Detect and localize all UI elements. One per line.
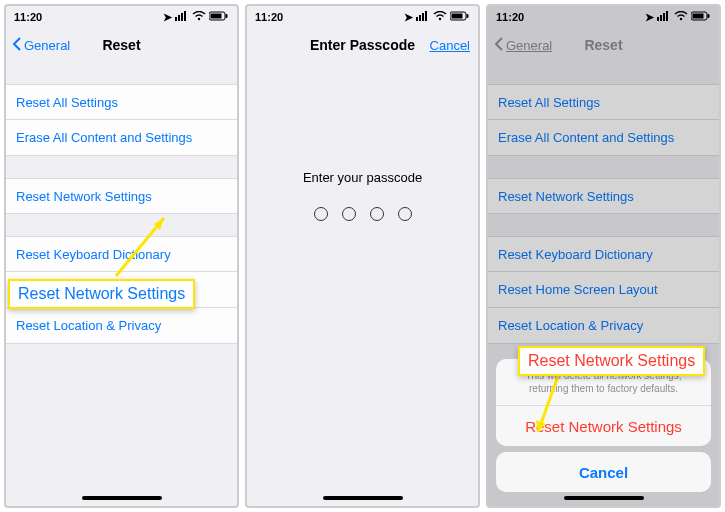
svg-rect-0 — [175, 17, 177, 21]
battery-icon — [209, 11, 229, 23]
annotation-callout: Reset Network Settings — [518, 346, 705, 376]
wifi-icon — [433, 11, 447, 23]
svg-rect-10 — [416, 17, 418, 21]
nav-bar: Enter Passcode Cancel — [247, 28, 478, 62]
phone-screen-reset: 11:20 ➤ General Reset — [4, 4, 239, 508]
svg-rect-3 — [184, 11, 186, 21]
svg-rect-16 — [452, 14, 463, 19]
passcode-dot — [370, 207, 384, 221]
cancel-button[interactable]: Cancel — [430, 28, 470, 62]
sheet-cancel-button[interactable]: Cancel — [496, 452, 711, 492]
nav-bar: General Reset — [6, 28, 237, 62]
passcode-dot — [314, 207, 328, 221]
back-button[interactable]: General — [12, 28, 70, 62]
chevron-left-icon — [12, 37, 22, 54]
passcode-dot — [398, 207, 412, 221]
svg-rect-12 — [422, 13, 424, 21]
home-indicator[interactable] — [323, 496, 403, 500]
svg-point-4 — [198, 18, 200, 20]
reset-keyboard-dictionary-row[interactable]: Reset Keyboard Dictionary — [6, 236, 237, 272]
wifi-icon — [192, 11, 206, 23]
status-bar: 11:20 ➤ — [247, 6, 478, 28]
home-indicator[interactable] — [82, 496, 162, 500]
location-icon: ➤ — [163, 11, 172, 24]
passcode-dots[interactable] — [314, 207, 412, 221]
status-bar: 11:20 ➤ — [6, 6, 237, 28]
svg-rect-7 — [226, 14, 228, 18]
svg-rect-13 — [425, 11, 427, 21]
reset-network-settings-row[interactable]: Reset Network Settings — [6, 178, 237, 214]
svg-rect-2 — [181, 13, 183, 21]
phone-screen-passcode: 11:20 ➤ Enter Passcode Cancel Enter — [245, 4, 480, 508]
annotation-callout: Reset Network Settings — [8, 279, 195, 309]
back-label: General — [24, 38, 70, 53]
nav-title: Reset — [102, 37, 140, 53]
erase-all-content-row[interactable]: Erase All Content and Settings — [6, 120, 237, 156]
passcode-dot — [342, 207, 356, 221]
reset-location-privacy-row[interactable]: Reset Location & Privacy — [6, 308, 237, 344]
signal-icon — [416, 11, 430, 23]
action-sheet: This will delete all network settings, r… — [496, 359, 711, 498]
svg-rect-6 — [211, 14, 222, 19]
phone-screen-confirm: 11:20 ➤ General Reset — [486, 4, 721, 508]
status-time: 11:20 — [255, 11, 283, 23]
svg-rect-1 — [178, 15, 180, 21]
reset-all-settings-row[interactable]: Reset All Settings — [6, 84, 237, 120]
svg-rect-11 — [419, 15, 421, 21]
svg-point-14 — [439, 18, 441, 20]
status-time: 11:20 — [14, 11, 42, 23]
sheet-reset-network-button[interactable]: Reset Network Settings — [496, 406, 711, 446]
passcode-prompt: Enter your passcode — [303, 170, 422, 185]
signal-icon — [175, 11, 189, 23]
svg-marker-9 — [154, 218, 164, 230]
nav-title: Enter Passcode — [310, 37, 415, 53]
home-indicator[interactable] — [564, 496, 644, 500]
location-icon: ➤ — [404, 11, 413, 24]
svg-rect-17 — [467, 14, 469, 18]
battery-icon — [450, 11, 470, 23]
